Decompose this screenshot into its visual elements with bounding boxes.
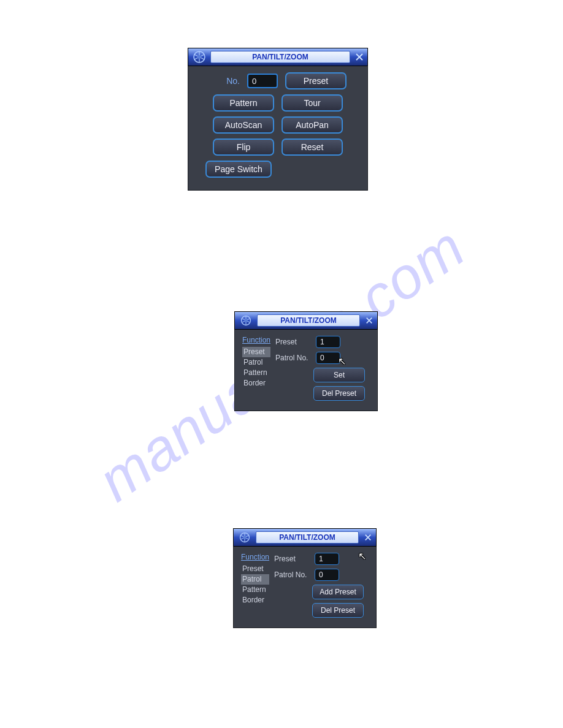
close-icon[interactable] — [364, 315, 375, 326]
panel-body: ↖ Function Preset Patrol Pattern Border … — [233, 547, 377, 628]
del-preset-button[interactable]: Del Preset — [312, 603, 364, 618]
app-icon — [237, 313, 255, 328]
titlebar: PAN/TILT/ZOOM — [233, 528, 377, 547]
tour-button[interactable]: Tour — [282, 94, 343, 112]
ptz-panel-main: PAN/TILT/ZOOM No. 0 Preset Pattern Tour … — [188, 48, 368, 191]
preset-field-label: Preset — [275, 338, 312, 346]
close-icon[interactable] — [354, 51, 365, 63]
reset-button[interactable]: Reset — [282, 138, 343, 156]
no-input[interactable]: 0 — [247, 74, 278, 88]
title-text: PAN/TILT/ZOOM — [257, 314, 360, 327]
app-icon — [236, 529, 253, 545]
settings-column: Preset 1 Patrol No. 0 Add Preset Del Pre… — [274, 553, 369, 618]
del-preset-button[interactable]: Del Preset — [313, 386, 365, 401]
patrol-field-label: Patrol No. — [275, 354, 312, 362]
settings-column: Preset 1 Patrol No. 0 ↖ Set Del Preset — [275, 336, 370, 401]
patrol-input[interactable]: 0 — [315, 569, 339, 581]
preset-input[interactable]: 1 — [315, 553, 339, 565]
titlebar: PAN/TILT/ZOOM — [234, 311, 378, 330]
patrol-input[interactable]: 0 — [316, 352, 340, 364]
pattern-button[interactable]: Pattern — [213, 94, 274, 112]
svg-point-3 — [245, 319, 248, 322]
preset-input[interactable]: 1 — [316, 336, 340, 348]
autopan-button[interactable]: AutoPan — [282, 116, 343, 134]
set-button[interactable]: Set — [313, 368, 365, 382]
patrol-field-label: Patrol No. — [274, 571, 311, 579]
function-item-border[interactable]: Border — [241, 595, 269, 605]
function-header: Function — [241, 553, 269, 561]
function-item-preset[interactable]: Preset — [241, 564, 269, 574]
panel-body: No. 0 Preset Pattern Tour AutoScan AutoP… — [188, 66, 368, 191]
function-item-patrol[interactable]: Patrol — [242, 357, 270, 368]
panel-body: Function Preset Patrol Pattern Border Pr… — [234, 330, 378, 411]
app-icon — [191, 49, 208, 65]
ptz-panel-preset: PAN/TILT/ZOOM Function Preset Patrol Pat… — [234, 311, 378, 411]
add-preset-button[interactable]: Add Preset — [312, 585, 364, 599]
title-text: PAN/TILT/ZOOM — [256, 531, 359, 544]
no-label: No. — [209, 76, 240, 86]
function-list: Function Preset Patrol Pattern Border — [242, 336, 270, 401]
function-item-patrol[interactable]: Patrol — [241, 574, 269, 585]
function-header: Function — [242, 336, 270, 344]
ptz-panel-patrol: PAN/TILT/ZOOM ↖ Function Preset Patrol P… — [233, 528, 377, 628]
titlebar: PAN/TILT/ZOOM — [188, 48, 368, 66]
svg-point-1 — [197, 55, 201, 59]
title-text: PAN/TILT/ZOOM — [210, 51, 350, 63]
close-icon[interactable] — [362, 532, 373, 543]
function-item-pattern[interactable]: Pattern — [242, 368, 270, 378]
svg-point-5 — [243, 536, 247, 539]
flip-button[interactable]: Flip — [213, 138, 274, 156]
preset-button[interactable]: Preset — [285, 72, 347, 89]
autoscan-button[interactable]: AutoScan — [213, 116, 274, 134]
function-item-pattern[interactable]: Pattern — [241, 585, 269, 595]
function-item-preset[interactable]: Preset — [242, 347, 270, 357]
function-list: Function Preset Patrol Pattern Border — [241, 553, 269, 618]
page-switch-button[interactable]: Page Switch — [205, 161, 272, 178]
preset-field-label: Preset — [274, 555, 311, 563]
function-item-border[interactable]: Border — [242, 378, 270, 389]
